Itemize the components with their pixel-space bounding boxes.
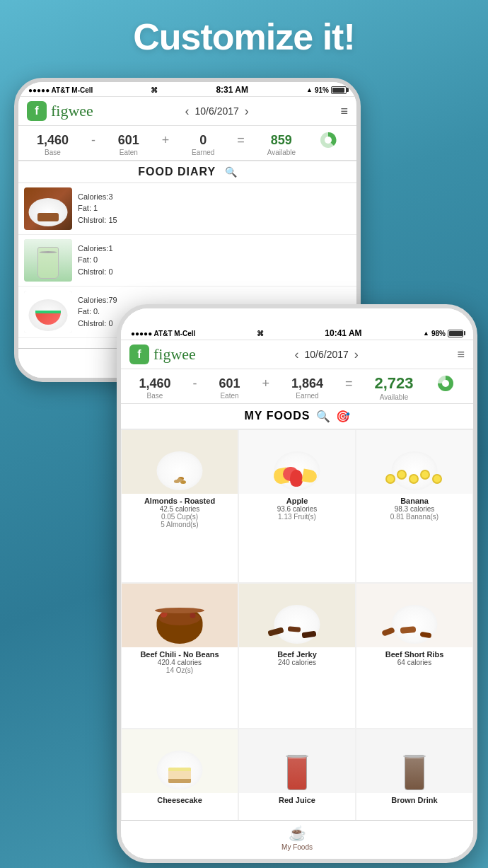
- back-date-nav[interactable]: ‹ 10/6/2017 ›: [185, 104, 249, 119]
- food-image-red-juice: [239, 729, 355, 793]
- food-name-banana: Banana: [399, 497, 430, 505]
- food-item-beef-short-ribs[interactable]: Beef Short Ribs 64 calories: [356, 584, 472, 728]
- food-image-brown-drink: [356, 729, 472, 793]
- diary-info-2: Calories:1 Fat: 0 Chlstrol: 0: [78, 243, 113, 278]
- front-prev-arrow[interactable]: ‹: [295, 347, 299, 362]
- page-title: Customize it!: [0, 16, 488, 58]
- back-menu-icon[interactable]: ≡: [340, 104, 348, 119]
- back-status-bar: ●●●●● AT&T M-Cell ⌘ 8:31 AM ▲ 91%: [18, 82, 356, 97]
- front-earned-cell: 1,864 Earned: [291, 376, 323, 400]
- front-search-icon[interactable]: 🔍: [316, 410, 330, 423]
- front-earned-label: Earned: [291, 392, 323, 400]
- diary-thumb-1: [24, 187, 72, 230]
- front-my-foods-header: MY FOODS 🔍 🎯: [121, 404, 473, 429]
- front-logo-icon: f: [129, 345, 149, 364]
- front-tab-bar: ☕ My Foods: [121, 820, 473, 859]
- front-next-arrow[interactable]: ›: [354, 347, 359, 362]
- food-image-beef-short-ribs: [356, 584, 472, 647]
- back-wifi-icon: ⌘: [151, 86, 158, 94]
- front-app-name: figwee: [153, 345, 196, 364]
- back-plus-op: +: [162, 133, 170, 156]
- front-section-title: MY FOODS: [244, 410, 310, 422]
- front-time: 10:41 AM: [325, 328, 361, 338]
- front-status-bar: ●●●●● AT&T M-Cell ⌘ 10:41 AM ▲ 98%: [121, 308, 473, 340]
- front-battery-icon: [448, 330, 463, 337]
- back-time: 8:31 AM: [216, 85, 248, 95]
- front-logo: f figwee: [129, 345, 196, 364]
- phone-front: ●●●●● AT&T M-Cell ⌘ 10:41 AM ▲ 98% f fig…: [117, 304, 477, 863]
- back-carrier: ●●●●● AT&T M-Cell: [28, 86, 93, 94]
- back-date: 10/6/2017: [195, 105, 239, 117]
- back-available-value: 859: [267, 133, 296, 148]
- my-foods-tab-label: My Foods: [281, 843, 313, 851]
- diary-item-1[interactable]: Calories:3 Fat: 1 Chlstrol: 15: [18, 183, 356, 235]
- svg-point-3: [442, 380, 449, 387]
- front-available-cell: 2,723 Available: [374, 374, 413, 401]
- food-image-banana: [356, 430, 472, 494]
- food-item-almonds[interactable]: Almonds - Roasted 42.5 calories 0.05 Cup…: [122, 430, 238, 582]
- back-prev-arrow[interactable]: ‹: [185, 104, 190, 119]
- front-minus-op: -: [193, 376, 197, 400]
- back-next-arrow[interactable]: ›: [245, 104, 249, 119]
- back-available-cell: 859 Available: [267, 133, 296, 156]
- front-my-foods-tab[interactable]: ☕ My Foods: [281, 825, 313, 856]
- diary-thumb-3: [24, 291, 72, 333]
- back-equals-op: =: [237, 133, 245, 156]
- food-name-beef-jerky: Beef Jerky: [276, 650, 318, 659]
- food-name-almonds: Almonds - Roasted: [143, 497, 216, 505]
- diary-item-2[interactable]: Calories:1 Fat: 0 Chlstrol: 0: [18, 235, 356, 287]
- food-name-brown-drink: Brown Drink: [390, 796, 438, 804]
- food-image-apple: [239, 430, 355, 494]
- front-earned-value: 1,864: [291, 376, 323, 391]
- food-detail2-almonds: 5 Almond(s): [161, 521, 198, 528]
- front-base-value: 1,460: [139, 376, 170, 391]
- front-app-header: f figwee ‹ 10/6/2017 › ≡: [121, 340, 473, 369]
- food-cal-beef-chili: 420.4 calories: [158, 659, 202, 666]
- food-detail1-apple: 1.13 Fruit(s): [278, 513, 316, 521]
- food-item-banana[interactable]: Banana 98.3 calories 0.81 Banana(s): [356, 430, 472, 582]
- food-name-red-juice: Red Juice: [277, 796, 317, 804]
- back-base-label: Base: [37, 149, 69, 156]
- front-plus-op: +: [262, 376, 269, 400]
- food-cal-beef-jerky: 240 calories: [278, 659, 316, 666]
- back-battery-pct: 91%: [315, 86, 329, 94]
- food-image-beef-chili: [122, 584, 238, 647]
- front-target-icon[interactable]: 🎯: [336, 410, 350, 423]
- front-food-grid: Almonds - Roasted 42.5 calories 0.05 Cup…: [121, 429, 473, 860]
- food-name-cheesecake: Cheesecake: [156, 796, 204, 804]
- back-app-header: f figwee ‹ 10/6/2017 › ≡: [18, 97, 356, 126]
- back-logo-icon: f: [27, 101, 47, 121]
- food-item-beef-jerky[interactable]: Beef Jerky 240 calories: [239, 584, 355, 728]
- front-carrier: ●●●●● AT&T M-Cell: [131, 330, 195, 337]
- diary-thumb-2: [24, 239, 72, 282]
- food-item-beef-chili[interactable]: Beef Chili - No Beans 420.4 calories 14 …: [122, 584, 238, 728]
- back-eaten-cell: 601 Eaten: [118, 133, 139, 156]
- front-date: 10/6/2017: [305, 349, 349, 360]
- back-logo: f figwee: [27, 101, 93, 121]
- front-date-nav[interactable]: ‹ 10/6/2017 ›: [295, 347, 359, 362]
- food-image-cheesecake: [122, 729, 238, 793]
- front-base-label: Base: [139, 392, 170, 400]
- back-search-icon[interactable]: 🔍: [225, 166, 237, 178]
- front-eaten-value: 601: [219, 376, 240, 391]
- back-minus-op: -: [91, 133, 95, 156]
- front-calorie-row: 1,460 Base - 601 Eaten + 1,864 Earned = …: [121, 369, 473, 403]
- food-name-beef-short-ribs: Beef Short Ribs: [384, 650, 446, 659]
- back-section-header: FOOD DIARY 🔍: [18, 161, 356, 183]
- food-name-beef-chili: Beef Chili - No Beans: [139, 650, 220, 659]
- back-eaten-value: 601: [118, 133, 139, 148]
- food-name-apple: Apple: [285, 497, 310, 505]
- back-earned-label: Earned: [192, 149, 214, 156]
- front-battery-pct: 98%: [431, 330, 446, 337]
- back-app-name: figwee: [51, 102, 93, 120]
- diary-info-1: Calories:3 Fat: 1 Chlstrol: 15: [78, 191, 117, 226]
- food-item-apple[interactable]: Apple 93.6 calories 1.13 Fruit(s): [239, 430, 355, 582]
- food-detail1-banana: 0.81 Banana(s): [390, 513, 438, 521]
- front-menu-icon[interactable]: ≡: [457, 347, 465, 362]
- diary-info-3: Calories:79 Fat: 0. Chlstrol: 0: [78, 294, 117, 330]
- food-cal-apple: 93.6 calories: [277, 505, 318, 513]
- front-eaten-label: Eaten: [219, 392, 240, 400]
- back-calorie-row: 1,460 Base - 601 Eaten + 0 Earned = 859 …: [18, 126, 356, 160]
- back-location-icon: ▲: [306, 86, 313, 93]
- back-eaten-label: Eaten: [118, 149, 139, 156]
